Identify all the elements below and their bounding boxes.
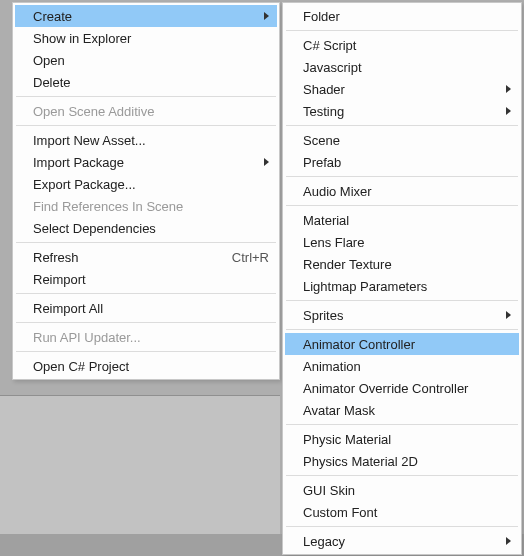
menu-item-label: GUI Skin xyxy=(303,483,511,498)
menu-item-label: Find References In Scene xyxy=(33,199,269,214)
leftMenu-item-find-references-in-scene: Find References In Scene xyxy=(15,195,277,217)
menu-separator xyxy=(16,242,276,243)
leftMenu-item-run-api-updater: Run API Updater... xyxy=(15,326,277,348)
menu-separator xyxy=(16,293,276,294)
leftMenu-item-create[interactable]: Create xyxy=(15,5,277,27)
menu-item-label: Open Scene Additive xyxy=(33,104,269,119)
rightMenu-item-animator-override-controller[interactable]: Animator Override Controller xyxy=(285,377,519,399)
menu-separator xyxy=(286,329,518,330)
menu-item-label: Render Texture xyxy=(303,257,511,272)
rightMenu-item-legacy[interactable]: Legacy xyxy=(285,530,519,552)
rightMenu-item-animator-controller[interactable]: Animator Controller xyxy=(285,333,519,355)
rightMenu-item-javascript[interactable]: Javascript xyxy=(285,56,519,78)
menu-separator xyxy=(286,475,518,476)
menu-separator xyxy=(16,322,276,323)
leftMenu-item-reimport[interactable]: Reimport xyxy=(15,268,277,290)
menu-separator xyxy=(286,424,518,425)
rightMenu-item-shader[interactable]: Shader xyxy=(285,78,519,100)
rightMenu-item-sprites[interactable]: Sprites xyxy=(285,304,519,326)
menu-separator xyxy=(286,526,518,527)
leftMenu-item-delete[interactable]: Delete xyxy=(15,71,277,93)
chevron-right-icon xyxy=(506,537,511,545)
menu-item-label: Animation xyxy=(303,359,511,374)
leftMenu-item-reimport-all[interactable]: Reimport All xyxy=(15,297,277,319)
rightMenu-item-prefab[interactable]: Prefab xyxy=(285,151,519,173)
leftMenu-item-select-dependencies[interactable]: Select Dependencies xyxy=(15,217,277,239)
rightMenu-item-physic-material[interactable]: Physic Material xyxy=(285,428,519,450)
context-menu-left[interactable]: CreateShow in ExplorerOpenDeleteOpen Sce… xyxy=(12,2,280,380)
rightMenu-item-avatar-mask[interactable]: Avatar Mask xyxy=(285,399,519,421)
leftMenu-item-open-c-project[interactable]: Open C# Project xyxy=(15,355,277,377)
chevron-right-icon xyxy=(506,107,511,115)
leftMenu-item-open[interactable]: Open xyxy=(15,49,277,71)
menu-item-label: Import Package xyxy=(33,155,269,170)
chevron-right-icon xyxy=(264,12,269,20)
menu-item-label: Show in Explorer xyxy=(33,31,269,46)
rightMenu-item-c-script[interactable]: C# Script xyxy=(285,34,519,56)
menu-item-label: Physic Material xyxy=(303,432,511,447)
menu-item-label: Animator Override Controller xyxy=(303,381,511,396)
menu-item-label: Lightmap Parameters xyxy=(303,279,511,294)
menu-item-label: Import New Asset... xyxy=(33,133,269,148)
menu-item-label: Audio Mixer xyxy=(303,184,511,199)
leftMenu-item-open-scene-additive: Open Scene Additive xyxy=(15,100,277,122)
menu-item-label: Shader xyxy=(303,82,511,97)
menu-item-label: Legacy xyxy=(303,534,511,549)
rightMenu-item-material[interactable]: Material xyxy=(285,209,519,231)
rightMenu-item-physics-material-2d[interactable]: Physics Material 2D xyxy=(285,450,519,472)
menu-item-label: Custom Font xyxy=(303,505,511,520)
leftMenu-item-refresh[interactable]: RefreshCtrl+R xyxy=(15,246,277,268)
menu-item-label: Reimport xyxy=(33,272,269,287)
menu-item-label: Physics Material 2D xyxy=(303,454,511,469)
menu-item-label: Reimport All xyxy=(33,301,269,316)
panel-area xyxy=(0,395,280,535)
menu-item-label: Delete xyxy=(33,75,269,90)
menu-item-label: Select Dependencies xyxy=(33,221,269,236)
menu-item-label: Run API Updater... xyxy=(33,330,269,345)
menu-item-label: C# Script xyxy=(303,38,511,53)
leftMenu-item-import-package[interactable]: Import Package xyxy=(15,151,277,173)
rightMenu-item-scene[interactable]: Scene xyxy=(285,129,519,151)
menu-item-label: Sprites xyxy=(303,308,511,323)
menu-item-label: Folder xyxy=(303,9,511,24)
chevron-right-icon xyxy=(506,311,511,319)
menu-separator xyxy=(286,300,518,301)
rightMenu-item-custom-font[interactable]: Custom Font xyxy=(285,501,519,523)
menu-item-label: Prefab xyxy=(303,155,511,170)
menu-item-label: Animator Controller xyxy=(303,337,511,352)
menu-item-label: Open xyxy=(33,53,269,68)
rightMenu-item-animation[interactable]: Animation xyxy=(285,355,519,377)
rightMenu-item-lens-flare[interactable]: Lens Flare xyxy=(285,231,519,253)
menu-item-label: Scene xyxy=(303,133,511,148)
menu-item-label: Refresh xyxy=(33,250,212,265)
menu-item-label: Open C# Project xyxy=(33,359,269,374)
menu-item-label: Avatar Mask xyxy=(303,403,511,418)
menu-item-label: Lens Flare xyxy=(303,235,511,250)
menu-item-label: Material xyxy=(303,213,511,228)
leftMenu-item-show-in-explorer[interactable]: Show in Explorer xyxy=(15,27,277,49)
context-menu-right[interactable]: FolderC# ScriptJavascriptShaderTestingSc… xyxy=(282,2,522,555)
rightMenu-item-render-texture[interactable]: Render Texture xyxy=(285,253,519,275)
menu-separator xyxy=(286,205,518,206)
menu-separator xyxy=(286,176,518,177)
rightMenu-item-audio-mixer[interactable]: Audio Mixer xyxy=(285,180,519,202)
menu-separator xyxy=(286,30,518,31)
menu-separator xyxy=(16,96,276,97)
menu-item-label: Testing xyxy=(303,104,511,119)
menu-item-label: Javascript xyxy=(303,60,511,75)
leftMenu-item-import-new-asset[interactable]: Import New Asset... xyxy=(15,129,277,151)
menu-item-label: Create xyxy=(33,9,269,24)
menu-item-shortcut: Ctrl+R xyxy=(212,250,269,265)
menu-separator xyxy=(16,125,276,126)
menu-separator xyxy=(16,351,276,352)
chevron-right-icon xyxy=(506,85,511,93)
rightMenu-item-gui-skin[interactable]: GUI Skin xyxy=(285,479,519,501)
menu-separator xyxy=(286,125,518,126)
rightMenu-item-folder[interactable]: Folder xyxy=(285,5,519,27)
leftMenu-item-export-package[interactable]: Export Package... xyxy=(15,173,277,195)
menu-item-label: Export Package... xyxy=(33,177,269,192)
rightMenu-item-lightmap-parameters[interactable]: Lightmap Parameters xyxy=(285,275,519,297)
rightMenu-item-testing[interactable]: Testing xyxy=(285,100,519,122)
chevron-right-icon xyxy=(264,158,269,166)
